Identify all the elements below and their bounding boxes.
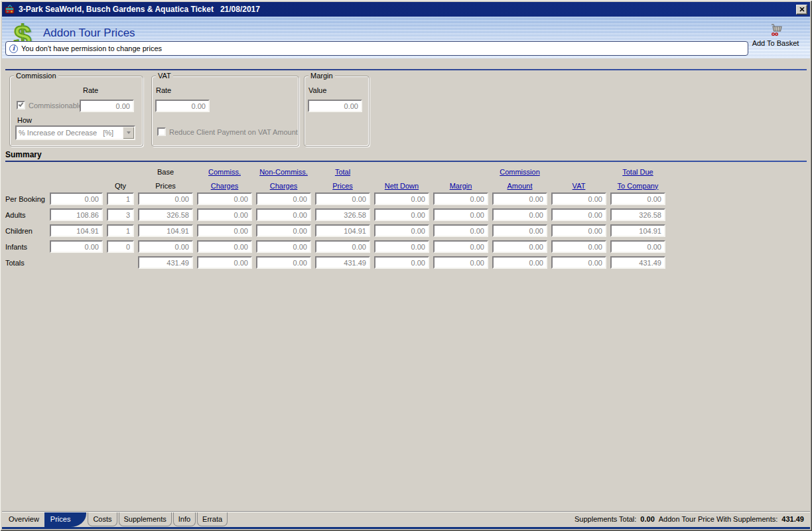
commissionable-label: Commissionable bbox=[29, 102, 82, 110]
row-label: Totals bbox=[5, 259, 46, 267]
infants-commission-amount-field[interactable] bbox=[492, 240, 547, 253]
column-header-commiss-charges[interactable]: Commiss. bbox=[197, 168, 252, 176]
totals-vat-field[interactable] bbox=[551, 256, 606, 269]
children-nett-down-field[interactable] bbox=[374, 224, 429, 237]
children-price-field[interactable] bbox=[50, 224, 103, 237]
commission-rate-input[interactable] bbox=[80, 100, 134, 112]
cell-price bbox=[50, 192, 103, 205]
tab-supplements[interactable]: Supplements bbox=[119, 512, 172, 526]
column-header-total-prices[interactable]: Total bbox=[315, 168, 370, 176]
per-booking-qty-field[interactable] bbox=[107, 192, 134, 205]
adults-vat-field[interactable] bbox=[551, 208, 606, 221]
children-qty-field[interactable] bbox=[107, 224, 134, 237]
per-booking-vat-field[interactable] bbox=[551, 192, 606, 205]
commissionable-checkbox[interactable] bbox=[17, 101, 25, 110]
column-header-non-commiss-charges[interactable]: Non-Commiss. bbox=[256, 168, 311, 176]
column-header-total-prices[interactable]: Prices bbox=[315, 182, 370, 190]
adults-margin-field[interactable] bbox=[433, 208, 488, 221]
children-commission-amount-field[interactable] bbox=[492, 224, 547, 237]
infants-price-field[interactable] bbox=[50, 240, 103, 253]
cell-commission-amount bbox=[492, 224, 547, 237]
per-booking-margin-field[interactable] bbox=[433, 192, 488, 205]
tab-costs[interactable]: Costs bbox=[88, 512, 117, 526]
basket-icon bbox=[767, 23, 784, 37]
adults-qty-field[interactable] bbox=[107, 208, 134, 221]
children-total-due-to-company-field[interactable] bbox=[610, 224, 665, 237]
column-header-commiss-charges[interactable]: Charges bbox=[197, 182, 252, 190]
children-total-prices-field[interactable] bbox=[315, 224, 370, 237]
tab-info[interactable]: Info bbox=[173, 512, 196, 526]
add-to-basket-button[interactable]: Add To Basket bbox=[746, 23, 805, 47]
cell-non-commiss-charges bbox=[256, 256, 311, 269]
column-header-non-commiss-charges[interactable]: Charges bbox=[256, 182, 311, 190]
per-booking-total-prices-field[interactable] bbox=[315, 192, 370, 205]
cell-commiss-charges bbox=[197, 208, 252, 221]
adults-commission-amount-field[interactable] bbox=[492, 208, 547, 221]
children-non-commiss-charges-field[interactable] bbox=[256, 224, 311, 237]
infants-commiss-charges-field[interactable] bbox=[197, 240, 252, 253]
infants-qty-field[interactable] bbox=[107, 240, 134, 253]
adults-total-due-to-company-field[interactable] bbox=[610, 208, 665, 221]
totals-commission-amount-field[interactable] bbox=[492, 256, 547, 269]
infants-vat-field[interactable] bbox=[551, 240, 606, 253]
margin-value-input[interactable] bbox=[308, 100, 362, 112]
per-booking-total-due-to-company-field[interactable] bbox=[610, 192, 665, 205]
per-booking-nett-down-field[interactable] bbox=[374, 192, 429, 205]
infants-nett-down-field[interactable] bbox=[374, 240, 429, 253]
per-booking-base-prices-field[interactable] bbox=[138, 192, 193, 205]
column-header-total-due-to-company[interactable]: To Company bbox=[610, 182, 665, 190]
tab-overview[interactable]: Overview bbox=[7, 512, 44, 523]
column-header-margin[interactable]: Margin bbox=[433, 182, 488, 190]
per-booking-price-field[interactable] bbox=[50, 192, 103, 205]
adults-nett-down-field[interactable] bbox=[374, 208, 429, 221]
vat-rate-input[interactable] bbox=[155, 100, 210, 112]
children-vat-field[interactable] bbox=[551, 224, 606, 237]
totals-commiss-charges-field[interactable] bbox=[197, 256, 252, 269]
adults-non-commiss-charges-field[interactable] bbox=[256, 208, 311, 221]
per-booking-non-commiss-charges-field[interactable] bbox=[256, 192, 311, 205]
infants-total-prices-field[interactable] bbox=[315, 240, 370, 253]
commission-how-select[interactable]: % Increase or Decrease [%] bbox=[15, 125, 135, 140]
commission-rate-label: Rate bbox=[83, 86, 98, 94]
margin-group-label: Margin bbox=[308, 72, 335, 80]
children-margin-field[interactable] bbox=[433, 224, 488, 237]
cell-total-due-to-company bbox=[610, 224, 665, 237]
cell-total-prices bbox=[315, 240, 370, 253]
adults-total-prices-field[interactable] bbox=[315, 208, 370, 221]
per-booking-commission-amount-field[interactable] bbox=[492, 192, 547, 205]
infants-base-prices-field[interactable] bbox=[138, 240, 193, 253]
infants-total-due-to-company-field[interactable] bbox=[610, 240, 665, 253]
totals-total-prices-field[interactable] bbox=[315, 256, 370, 269]
column-header-commission-amount[interactable]: Commission bbox=[492, 168, 547, 176]
reduce-client-payment-checkbox[interactable] bbox=[157, 127, 166, 136]
per-booking-commiss-charges-field[interactable] bbox=[197, 192, 252, 205]
cell-nett-down bbox=[374, 256, 429, 269]
totals-margin-field[interactable] bbox=[433, 256, 488, 269]
column-header-vat[interactable]: VAT bbox=[551, 182, 606, 190]
column-header-nett-down[interactable]: Nett Down bbox=[374, 182, 429, 190]
cell-non-commiss-charges bbox=[256, 192, 311, 205]
cell-base-prices bbox=[138, 224, 193, 237]
cell-total-prices bbox=[315, 192, 370, 205]
infants-margin-field[interactable] bbox=[433, 240, 488, 253]
totals-nett-down-field[interactable] bbox=[374, 256, 429, 269]
adults-base-prices-field[interactable] bbox=[138, 208, 193, 221]
adults-commiss-charges-field[interactable] bbox=[197, 208, 252, 221]
tab-errata[interactable]: Errata bbox=[197, 512, 228, 526]
cell-qty bbox=[107, 240, 134, 253]
children-commiss-charges-field[interactable] bbox=[197, 224, 252, 237]
infants-non-commiss-charges-field[interactable] bbox=[256, 240, 311, 253]
chevron-down-icon bbox=[127, 131, 131, 134]
totals-non-commiss-charges-field[interactable] bbox=[256, 256, 311, 269]
column-header-total-due-to-company[interactable]: Total Due bbox=[610, 168, 665, 176]
close-button[interactable] bbox=[796, 5, 807, 15]
tab-prices[interactable]: Prices bbox=[44, 512, 87, 527]
children-base-prices-field[interactable] bbox=[138, 224, 193, 237]
column-header-commission-amount[interactable]: Amount bbox=[492, 182, 547, 190]
table-row: Per Booking bbox=[5, 192, 665, 205]
adults-price-field[interactable] bbox=[50, 208, 103, 221]
totals-base-prices-field[interactable] bbox=[138, 256, 193, 269]
cell-base-prices bbox=[138, 256, 193, 269]
totals-total-due-to-company-field[interactable] bbox=[610, 256, 665, 269]
cell-commission-amount bbox=[492, 192, 547, 205]
